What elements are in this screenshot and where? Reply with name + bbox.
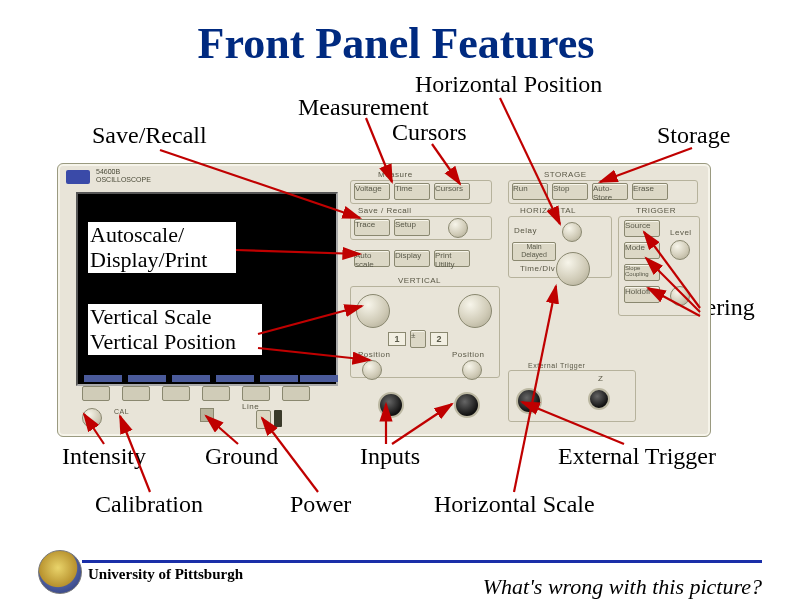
trace-button[interactable]: Trace	[354, 219, 390, 236]
ch2-input-bnc[interactable]	[454, 392, 480, 418]
power-indicator	[274, 410, 282, 427]
section-horizontal: HORIZONTAL	[520, 206, 576, 215]
display-button[interactable]: Display	[394, 250, 430, 267]
save-recall-knob[interactable]	[448, 218, 468, 238]
delay-label: Delay	[514, 226, 537, 235]
softkey-6[interactable]	[282, 386, 310, 401]
university-name: University of Pittsburgh	[88, 566, 243, 583]
cal-label: CAL	[114, 408, 129, 415]
slope-coupling-button[interactable]: Slope Coupling	[624, 264, 660, 281]
z-input-bnc[interactable]	[588, 388, 610, 410]
section-trigger: TRIGGER	[636, 206, 676, 215]
ch2-tab[interactable]: 2	[430, 332, 448, 346]
holdoff-knob[interactable]	[670, 286, 690, 306]
delay-knob[interactable]	[562, 222, 582, 242]
stop-button[interactable]: Stop	[552, 183, 588, 200]
callout-horizontal-scale: Horizontal Scale	[434, 492, 595, 517]
erase-button[interactable]: Erase	[632, 183, 668, 200]
math-button[interactable]: ±	[410, 330, 426, 348]
source-button[interactable]: Source	[624, 220, 660, 237]
section-vertical: VERTICAL	[398, 276, 441, 285]
callout-external-trigger: External Trigger	[558, 444, 716, 469]
time-button[interactable]: Time	[394, 183, 430, 200]
timediv-label: Time/Div	[520, 264, 555, 273]
voltage-button[interactable]: Voltage	[354, 183, 390, 200]
section-storage: STORAGE	[544, 170, 586, 179]
callout-ground: Ground	[205, 444, 278, 469]
intensity-knob[interactable]	[82, 408, 102, 428]
level-label: Level	[670, 228, 692, 237]
footer-question: What's wrong with this picture?	[483, 574, 762, 600]
callout-calibration: Calibration	[95, 492, 203, 517]
z-label: Z	[598, 374, 603, 383]
university-seal-icon	[38, 550, 82, 594]
main-delayed-button[interactable]: Main Delayed	[512, 242, 556, 261]
footer-rule	[82, 560, 762, 563]
ext-trigger-label: External Trigger	[528, 362, 585, 369]
callout-inputs: Inputs	[360, 444, 420, 469]
callout-measurement: Measurement	[298, 95, 429, 120]
softkey-4[interactable]	[202, 386, 230, 401]
callout-power: Power	[290, 492, 351, 517]
time-div-knob[interactable]	[556, 252, 590, 286]
setup-button[interactable]: Setup	[394, 219, 430, 236]
overlay-autoscale: Autoscale/Display/Print	[88, 222, 236, 273]
print-utility-button[interactable]: Print Utility	[434, 250, 470, 267]
callout-save-recall: Save/Recall	[92, 123, 207, 148]
mode-button[interactable]: Mode	[624, 242, 660, 259]
ch2-volts-div-knob[interactable]	[458, 294, 492, 328]
softkey-1[interactable]	[82, 386, 110, 401]
callout-storage: Storage	[657, 123, 730, 148]
softkey-2[interactable]	[122, 386, 150, 401]
slide-title: Front Panel Features	[0, 18, 792, 69]
ext-trigger-bnc[interactable]	[516, 388, 542, 414]
level-knob[interactable]	[670, 240, 690, 260]
power-button[interactable]	[256, 410, 271, 429]
ch1-position-knob[interactable]	[362, 360, 382, 380]
model-label: 54600BOSCILLOSCOPE	[96, 168, 186, 183]
softkey-3[interactable]	[162, 386, 190, 401]
ground-terminal[interactable]	[200, 408, 214, 422]
section-save-recall: Save / Recall	[358, 206, 412, 215]
ch1-tab[interactable]: 1	[388, 332, 406, 346]
overlay-vertical: Vertical ScaleVertical Position	[88, 304, 262, 355]
cursors-button[interactable]: Cursors	[434, 183, 470, 200]
softkey-5[interactable]	[242, 386, 270, 401]
section-measure: Measure	[378, 170, 413, 179]
position1-label: Position	[358, 350, 390, 359]
ch1-volts-div-knob[interactable]	[356, 294, 390, 328]
callout-horizontal-position: Horizontal Position	[415, 72, 602, 97]
ch1-input-bnc[interactable]	[378, 392, 404, 418]
holdoff-button[interactable]: Holdoff	[624, 286, 660, 303]
autoscale-button[interactable]: Auto scale	[354, 250, 390, 267]
callout-intensity: Intensity	[62, 444, 146, 469]
ch2-position-knob[interactable]	[462, 360, 482, 380]
oscilloscope-panel: 54600BOSCILLOSCOPE Measure Voltage Time …	[57, 163, 711, 437]
run-button[interactable]: Run	[512, 183, 548, 200]
autostore-button[interactable]: Auto-Store	[592, 183, 628, 200]
hp-logo	[66, 170, 90, 184]
callout-cursors: Cursors	[392, 120, 467, 145]
position2-label: Position	[452, 350, 484, 359]
